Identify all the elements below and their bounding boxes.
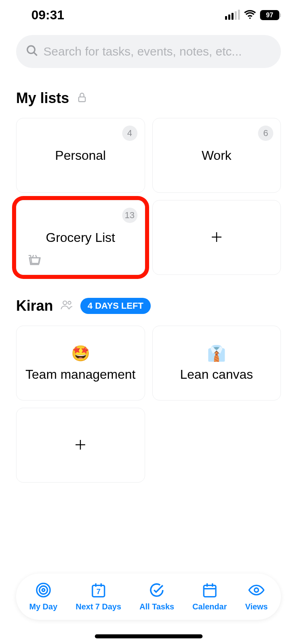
nav-label: Next 7 Days xyxy=(76,602,121,611)
battery-level: 97 xyxy=(260,10,279,20)
plus-icon xyxy=(74,435,87,455)
list-card-title: Personal xyxy=(55,148,106,163)
eye-icon xyxy=(248,582,264,600)
lock-icon xyxy=(76,92,88,105)
svg-point-11 xyxy=(42,589,45,592)
wifi-icon xyxy=(244,10,256,21)
svg-rect-2 xyxy=(79,97,85,102)
list-card-grocery[interactable]: 13 Grocery List xyxy=(16,200,145,275)
kiran-header: Kiran 4 DAYS LEFT xyxy=(16,297,281,314)
nav-label: Calendar xyxy=(193,602,227,611)
main-content: My lists 4 Personal 6 Work 13 Grocery Li… xyxy=(0,68,297,483)
svg-point-5 xyxy=(63,301,67,305)
svg-rect-16 xyxy=(204,585,216,597)
star-struck-emoji: 🤩 xyxy=(71,345,90,362)
svg-line-1 xyxy=(34,52,37,56)
my-lists-header: My lists xyxy=(16,90,281,107)
search-bar[interactable] xyxy=(16,35,281,68)
list-card-title: Work xyxy=(202,148,231,163)
kiran-grid: 🤩 Team management 👔 Lean canvas xyxy=(16,326,281,483)
nav-label: Views xyxy=(245,602,268,611)
nav-label: All Tasks xyxy=(139,602,174,611)
nav-views[interactable]: Views xyxy=(245,582,268,611)
cart-icon xyxy=(28,254,41,267)
list-card-personal[interactable]: 4 Personal xyxy=(16,118,145,193)
list-card-title: Team management xyxy=(25,367,135,382)
status-right: 97 xyxy=(225,10,281,21)
list-card-work[interactable]: 6 Work xyxy=(152,118,281,193)
days-left-badge: 4 DAYS LEFT xyxy=(80,298,151,314)
search-input[interactable] xyxy=(43,45,271,58)
battery-icon: 97 xyxy=(260,10,281,20)
list-card-lean-canvas[interactable]: 👔 Lean canvas xyxy=(152,326,281,400)
nav-next-7-days[interactable]: 7 Next 7 Days xyxy=(76,582,121,611)
calendar-icon xyxy=(202,582,218,600)
svg-text:7: 7 xyxy=(96,587,100,596)
bottom-nav: My Day 7 Next 7 Days All Tasks xyxy=(16,574,281,620)
svg-point-10 xyxy=(39,586,47,594)
status-time: 09:31 xyxy=(31,8,64,23)
cellular-signal-icon xyxy=(225,11,240,20)
nav-my-day[interactable]: My Day xyxy=(29,582,57,611)
add-list-card[interactable] xyxy=(152,200,281,275)
home-indicator[interactable] xyxy=(95,634,203,638)
checkmark-circle-icon xyxy=(149,582,165,600)
list-card-team-management[interactable]: 🤩 Team management xyxy=(16,326,145,400)
calendar-7-icon: 7 xyxy=(90,582,107,600)
target-icon xyxy=(35,582,51,600)
kiran-title: Kiran xyxy=(16,297,53,314)
list-count-badge: 6 xyxy=(258,126,273,141)
svg-point-0 xyxy=(27,46,35,54)
list-card-title: Grocery List xyxy=(46,230,115,245)
svg-point-6 xyxy=(68,301,71,304)
svg-point-20 xyxy=(254,588,258,592)
search-icon xyxy=(26,44,39,59)
list-count-badge: 4 xyxy=(122,126,137,141)
my-lists-grid: 4 Personal 6 Work 13 Grocery List xyxy=(16,118,281,275)
list-card-title: Lean canvas xyxy=(180,367,253,382)
my-lists-title: My lists xyxy=(16,90,69,107)
people-icon xyxy=(60,299,73,312)
nav-label: My Day xyxy=(29,602,57,611)
add-list-card[interactable] xyxy=(16,408,145,483)
nav-calendar[interactable]: Calendar xyxy=(193,582,227,611)
status-bar: 09:31 97 xyxy=(0,0,297,30)
nav-all-tasks[interactable]: All Tasks xyxy=(139,582,174,611)
list-count-badge: 13 xyxy=(122,208,137,223)
necktie-emoji: 👔 xyxy=(207,345,226,362)
plus-icon xyxy=(210,227,223,248)
